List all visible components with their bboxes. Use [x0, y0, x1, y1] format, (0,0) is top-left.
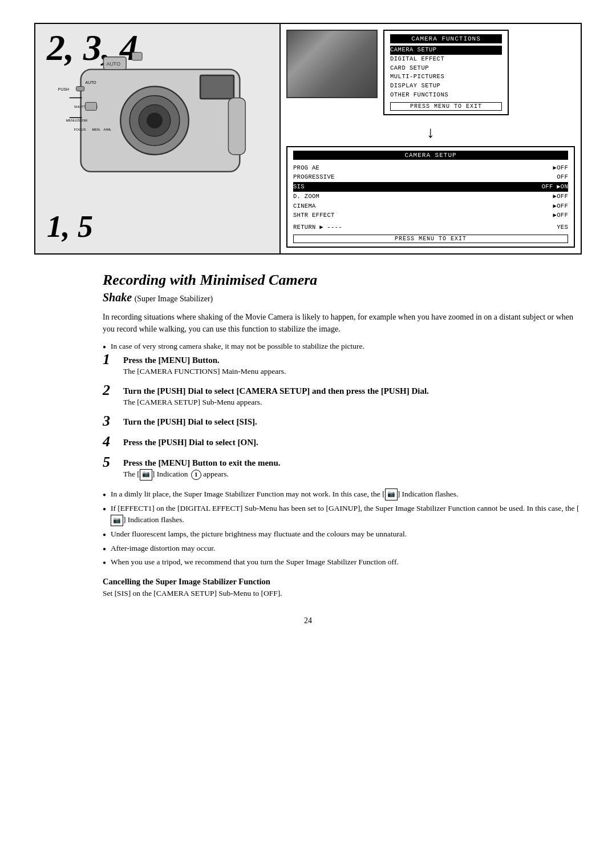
- section-title: Recording with Minimised Camera: [103, 272, 582, 289]
- svg-point-24: [315, 36, 349, 80]
- step-sub-2: The [CAMERA SETUP] Sub-Menu appears.: [123, 397, 582, 408]
- svg-rect-25: [287, 75, 376, 98]
- steps-list: 1 Press the [MENU] Button. The [CAMERA F…: [103, 354, 582, 480]
- svg-point-27: [354, 33, 366, 45]
- svg-text:PUSH: PUSH: [58, 87, 69, 91]
- step-main-2: Turn the [PUSH] Dial to select [CAMERA S…: [123, 385, 582, 397]
- step-content-4: Press the [PUSH] Dial to select [ON].: [123, 437, 582, 449]
- viewfinder-area: 1 CAMERA FUNCTIONS CAMERA SETUP DIGITAL …: [286, 30, 575, 115]
- camera-diagram: 2, 3, 4 AUTO: [35, 24, 279, 253]
- menu-value-dzoom: ▶OFF: [553, 192, 568, 201]
- step-item-1: 1 Press the [MENU] Button. The [CAMERA F…: [103, 354, 582, 377]
- step-item-4: 4 Press the [PUSH] Dial to select [ON].: [103, 437, 582, 449]
- camera-setup-footer: PRESS MENU TO EXIT: [293, 235, 568, 243]
- menu-label-return: RETURN ▶ ----: [293, 223, 342, 232]
- svg-text:AUTO: AUTO: [86, 80, 97, 84]
- menu-item-card-setup: CARD SETUP: [390, 64, 502, 73]
- svg-text:AUTO: AUTO: [106, 61, 120, 67]
- step-numbers-bottom: 1, 5: [47, 211, 93, 242]
- note-1: In a dimly lit place, the Super Image St…: [103, 488, 582, 500]
- step-main-5: Press the [MENU] Button to exit the menu…: [123, 457, 582, 469]
- menu-value-progressive: OFF: [557, 172, 568, 182]
- step-item-2: 2 Turn the [PUSH] Dial to select [CAMERA…: [103, 385, 582, 408]
- intro-text: In recording situations where shaking of…: [103, 311, 582, 335]
- step-number-5: 5: [103, 455, 123, 470]
- menu-label-shtr: SHTR EFFECT: [293, 211, 335, 220]
- menu-item-other-functions: OTHER FUNCTIONS: [390, 91, 502, 100]
- content-right: Recording with Minimised Camera Shake (S…: [91, 272, 582, 599]
- top-section: 2, 3, 4 AUTO: [34, 23, 582, 255]
- content-section: Recording with Minimised Camera Shake (S…: [34, 272, 582, 599]
- menu-value-shtr: ▶OFF: [553, 211, 568, 220]
- step-sub-5: The [📷] Indication 1 appears.: [123, 469, 582, 481]
- page: 2, 3, 4 AUTO: [0, 0, 616, 860]
- cancelling-section: Cancelling the Super Image Stabilizer Fu…: [103, 577, 582, 599]
- step-content-2: Turn the [PUSH] Dial to select [CAMERA S…: [123, 385, 582, 408]
- step-content-5: Press the [MENU] Button to exit the menu…: [123, 457, 582, 481]
- note-2: If [EFFECT1] on the [DIGITAL EFFECT] Sub…: [103, 503, 582, 526]
- note-3: Under fluorescent lamps, the picture bri…: [103, 528, 582, 540]
- svg-rect-10: [228, 98, 245, 155]
- menu-label-progressive: PROGRESSIVE: [293, 172, 335, 182]
- menu-row-return: RETURN ▶ ---- YES: [293, 223, 568, 232]
- menu-row-cinema: CINEMA ▶OFF: [293, 201, 568, 211]
- svg-rect-22: [287, 31, 376, 98]
- menu-item-camera-setup: CAMERA SETUP: [390, 46, 502, 55]
- viewfinder-image: 1: [286, 30, 378, 98]
- menu-title-camera-setup: CAMERA SETUP: [293, 151, 568, 160]
- step-main-1: Press the [MENU] Button.: [123, 354, 582, 366]
- step-item-5: 5 Press the [MENU] Button to exit the me…: [103, 457, 582, 481]
- menu-row-dzoom: D. ZOOM ▶OFF: [293, 192, 568, 201]
- menu-value-cinema: ▶OFF: [553, 201, 568, 211]
- menu-row-shtr: SHTR EFFECT ▶OFF: [293, 211, 568, 220]
- menu-footer-press-menu: PRESS MENU TO EXIT: [390, 102, 502, 111]
- svg-text:MEN.: MEN.: [92, 128, 101, 131]
- svg-text:MENU/ZOOM: MENU/ZOOM: [66, 119, 87, 122]
- svg-rect-9: [201, 76, 233, 98]
- step-item-3: 3 Turn the [PUSH] Dial to select [SIS].: [103, 416, 582, 429]
- shake-title: Shake (Super Image Stabilizer): [103, 291, 582, 304]
- camera-image-panel: 2, 3, 4 AUTO: [35, 24, 281, 253]
- step-main-4: Press the [PUSH] Dial to select [ON].: [123, 437, 582, 449]
- menu-row-progressive: PROGRESSIVE OFF: [293, 172, 568, 182]
- note-5: When you use a tripod, we recommend that…: [103, 556, 582, 568]
- right-panel: 1 CAMERA FUNCTIONS CAMERA SETUP DIGITAL …: [281, 24, 581, 253]
- svg-rect-15: [86, 102, 97, 110]
- menu-item-display-setup: DISPLAY SETUP: [390, 82, 502, 91]
- step-number-1: 1: [103, 352, 123, 367]
- camera-functions-menu: CAMERA FUNCTIONS CAMERA SETUP DIGITAL EF…: [383, 30, 509, 115]
- content-left: [34, 272, 91, 599]
- shake-word: Shake: [103, 291, 132, 304]
- shake-subtitle: (Super Image Stabilizer): [135, 294, 213, 303]
- step-sub-1: The [CAMERA FUNCTIONS] Main-Menu appears…: [123, 366, 582, 377]
- sis-icon-1: 📷: [385, 488, 398, 500]
- svg-point-26: [323, 33, 340, 50]
- menu-value-return: YES: [557, 223, 568, 232]
- menu-value-prog-ae: ▶OFF: [553, 163, 568, 173]
- step-number-3: 3: [103, 414, 123, 429]
- step-number-4: 4: [103, 434, 123, 449]
- svg-text:1: 1: [358, 36, 361, 42]
- sis-icon-2: 📷: [111, 515, 123, 527]
- arrow-down-icon: ↓: [286, 124, 575, 140]
- svg-point-4: [147, 112, 163, 128]
- menu-value-sis: OFF ▶ON: [542, 182, 568, 192]
- svg-rect-7: [132, 53, 142, 60]
- svg-rect-23: [299, 42, 366, 86]
- step-number-2: 2: [103, 383, 123, 398]
- page-number: 24: [34, 616, 582, 625]
- cancelling-text: Set [SIS] on the [CAMERA SETUP] Sub-Menu…: [103, 588, 582, 599]
- menu-label-cinema: CINEMA: [293, 201, 316, 211]
- menu-label-prog-ae: PROG AE: [293, 163, 319, 173]
- bullet-item-1: In case of very strong camera shake, it …: [103, 341, 582, 352]
- svg-text:A/ML: A/ML: [103, 128, 112, 131]
- svg-rect-11: [76, 86, 84, 91]
- menu-row-prog-ae: PROG AE ▶OFF: [293, 163, 568, 173]
- cancelling-title: Cancelling the Super Image Stabilizer Fu…: [103, 577, 582, 587]
- menu-label-sis: SIS: [293, 182, 305, 192]
- note-4: After-image distortion may occur.: [103, 543, 582, 554]
- menu-item-digital-effect: DIGITAL EFFECT: [390, 55, 502, 64]
- step-content-3: Turn the [PUSH] Dial to select [SIS].: [123, 416, 582, 428]
- camera-illustration: AUTO PUSH AUTO SHUTTER/IRIS MENU/ZOOM: [35, 24, 279, 206]
- menu-title-camera-functions: CAMERA FUNCTIONS: [390, 34, 502, 43]
